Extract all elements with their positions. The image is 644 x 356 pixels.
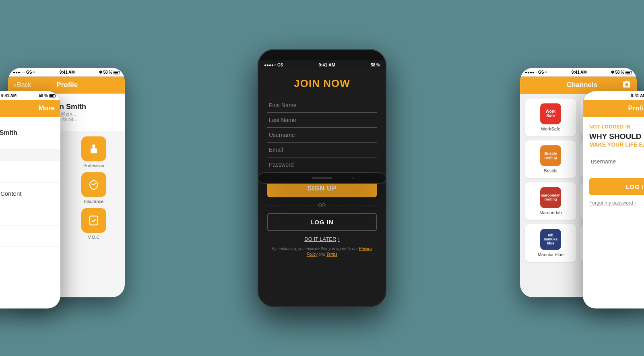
speaker-grille [312,177,332,179]
status-bar-right-back: ●●●●○ GS ≈ 9:41 AM ✱ 58 % [520,68,637,77]
icon-item-insurance[interactable]: Insurance [68,172,119,204]
menu-item-help[interactable]: ? Help [0,204,60,226]
menu-user-row: John Smith [0,117,60,149]
battery: ✱ 58 % [99,70,120,75]
signal-text: ●●●●○ GS [264,63,283,67]
manuka-logo: mbmanuka blue [540,229,561,250]
profession-label: Profession [83,163,104,168]
menu-item-usage[interactable]: Usage [0,161,60,183]
first-name-input[interactable] [267,98,377,113]
icon-item-profession[interactable]: Profession [68,136,119,168]
insurance-icon [81,172,106,197]
front-camera [352,177,354,179]
channels-title: Channels [567,81,598,89]
login-screen-content: NOT LOGGED IN WHY WHY SHOULD YOU?SHOULD … [583,117,644,308]
why-title: WHY WHY SHOULD YOU?SHOULD YOU? [589,132,644,141]
right-front-phone: 9:41 AM ✱ 58 % Profile NOT LOGGED IN WHY… [583,91,644,308]
join-title: JOIN NOW [294,77,350,90]
login-username-input[interactable] [589,154,644,169]
forgot-password-link[interactable]: Forgot my password › [589,200,644,206]
back-chevron-icon: ‹ [14,81,16,89]
left-front-phone: ●●●●○ GS ≈ 9:41 AM 58 % ‹ Back More John… [0,91,60,308]
battery: 58 % [39,93,56,98]
voc-icon [81,208,106,233]
join-form [267,98,377,172]
center-phone: ●●●●○ GS 9:41 AM 58 % JOIN NOW SIGN UP O… [258,49,386,307]
nav-bar-right-front: Profile [583,100,644,117]
login-button-rf[interactable]: LOG IN [589,178,644,195]
back-button[interactable]: ‹ Back [14,81,31,89]
worksafe-name: WorkSafe [541,126,560,131]
download-label: Download Content [0,190,21,197]
menu-item-about[interactable]: i About [0,226,60,247]
menu-user-name: John Smith [0,129,17,137]
password-input[interactable] [267,157,377,172]
svg-point-2 [92,144,95,147]
maroondah-logo: maroondahroofing [540,187,561,208]
time-text: 9:41 AM [318,62,335,67]
svg-rect-14 [90,216,98,225]
svg-rect-4 [93,147,95,149]
camera-icon[interactable] [622,81,631,90]
svg-point-5 [91,149,92,150]
time: 9:41 AM [1,93,17,98]
top-speaker-bar [258,172,386,184]
bristile-logo: Bristileroofing [540,145,561,166]
battery-text: 58 % [371,63,380,67]
bristile-name: Bristile [544,168,557,173]
time: 9:41 AM [60,70,75,75]
status-bar-left-front: ●●●●○ GS ≈ 9:41 AM 58 % [0,91,60,100]
channel-worksafe[interactable]: WorkSafe WorkSafe [525,98,576,136]
icon-item-voc[interactable]: V.O.C [68,208,119,240]
channel-bristile[interactable]: Bristileroofing Bristile [525,140,576,178]
profile-title-rf: Profile [628,104,644,112]
signal-dots: ●●●○○ GS ≈ [13,70,35,75]
nav-title: Profile [56,81,78,89]
profession-icon [81,136,106,161]
email-input[interactable] [267,143,377,157]
or-divider: OR [267,202,377,208]
insurance-label: Insurance [84,199,103,204]
nav-bar-left-front: ‹ Back More [0,100,60,117]
life-easier-subtitle: MAKE YOUR LIFE EASIER [589,141,644,148]
voc-label: V.O.C [88,235,100,240]
not-logged-label: NOT LOGGED IN [589,124,644,130]
last-name-input[interactable] [267,113,377,128]
join-screen: JOIN NOW SIGN UP OR LOG IN DO IT LATER ›… [258,69,386,307]
channel-manuka-blue[interactable]: mbmanuka blue Manuka Blue [525,224,576,262]
menu-screen-content: John Smith Storage Usage [0,117,60,308]
terms-link[interactable]: Terms [326,252,337,257]
login-button[interactable]: LOG IN [267,213,377,231]
do-it-later-link[interactable]: DO IT LATER › [304,236,339,242]
terms-text: By continuing, you indicate that you agr… [267,246,377,257]
menu-item-download[interactable]: Download Content [0,183,60,204]
manuka-name: Manuka Blue [538,252,564,257]
maroondah-name: Maroondah [539,210,562,215]
channel-maroondah[interactable]: maroondahroofing Maroondah [525,182,576,220]
more-label[interactable]: More [38,104,55,112]
status-bar-right-front: 9:41 AM ✱ 58 % [583,91,644,100]
storage-section-label: Storage [0,149,60,161]
status-bar-left-back: ●●●○○ GS ≈ 9:41 AM ✱ 58 % [8,68,125,77]
svg-point-24 [625,83,628,86]
username-input[interactable] [267,128,377,143]
worksafe-logo: WorkSafe [540,103,561,124]
status-bar-center: ●●●●○ GS 9:41 AM 58 % [258,60,386,69]
